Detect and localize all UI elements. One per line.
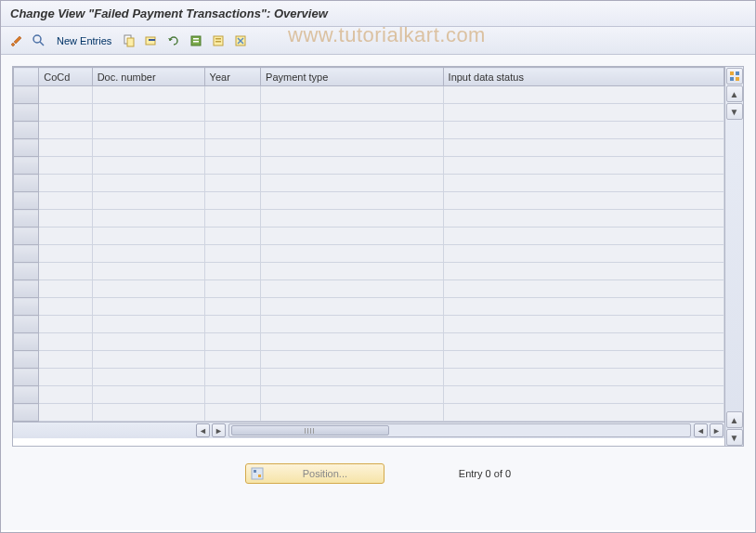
table-row[interactable] <box>14 175 724 192</box>
table-cell[interactable] <box>39 228 92 245</box>
scroll-right-end-button[interactable]: ► <box>710 423 723 437</box>
table-settings-icon[interactable] <box>726 68 743 84</box>
deselect-all-icon[interactable] <box>210 32 227 49</box>
table-row[interactable] <box>14 139 724 157</box>
table-cell[interactable] <box>204 369 260 386</box>
table-cell[interactable] <box>92 404 204 422</box>
table-cell[interactable] <box>443 192 723 210</box>
row-selector[interactable] <box>14 263 39 280</box>
row-selector[interactable] <box>14 351 39 369</box>
table-cell[interactable] <box>443 369 723 386</box>
table-cell[interactable] <box>39 351 92 369</box>
table-cell[interactable] <box>204 104 260 122</box>
table-cell[interactable] <box>39 192 92 210</box>
table-cell[interactable] <box>204 210 260 228</box>
table-cell[interactable] <box>443 263 723 280</box>
row-selector[interactable] <box>14 404 39 422</box>
table-cell[interactable] <box>39 122 92 139</box>
row-selector[interactable] <box>14 298 39 316</box>
table-cell[interactable] <box>92 192 204 210</box>
table-cell[interactable] <box>261 280 444 298</box>
row-selector[interactable] <box>14 192 39 210</box>
table-cell[interactable] <box>204 404 260 422</box>
table-cell[interactable] <box>92 333 204 351</box>
table-cell[interactable] <box>443 228 723 245</box>
table-cell[interactable] <box>261 316 444 333</box>
table-cell[interactable] <box>204 386 260 404</box>
table-cell[interactable] <box>261 122 444 139</box>
table-cell[interactable] <box>39 86 92 104</box>
table-cell[interactable] <box>443 245 723 263</box>
table-cell[interactable] <box>92 122 204 139</box>
select-all-icon[interactable] <box>188 32 204 49</box>
table-cell[interactable] <box>261 298 444 316</box>
table-row[interactable] <box>14 263 724 280</box>
row-selector[interactable] <box>14 157 39 175</box>
row-selector[interactable] <box>14 104 39 122</box>
table-row[interactable] <box>14 316 724 333</box>
table-cell[interactable] <box>39 316 92 333</box>
table-cell[interactable] <box>204 86 260 104</box>
scroll-right-button[interactable]: ► <box>212 423 226 437</box>
table-cell[interactable] <box>261 228 444 245</box>
configuration-icon[interactable] <box>232 32 249 49</box>
table-cell[interactable] <box>443 157 723 175</box>
column-header-docnum[interactable]: Doc. number <box>92 68 204 86</box>
table-cell[interactable] <box>92 386 204 404</box>
table-cell[interactable] <box>92 157 204 175</box>
table-cell[interactable] <box>92 316 204 333</box>
row-selector[interactable] <box>14 386 39 404</box>
table-cell[interactable] <box>261 175 444 192</box>
table-cell[interactable] <box>261 404 444 422</box>
table-cell[interactable] <box>261 157 444 175</box>
table-cell[interactable] <box>261 245 444 263</box>
table-cell[interactable] <box>204 192 260 210</box>
scroll-up-end-button[interactable]: ▲ <box>726 411 743 428</box>
table-cell[interactable] <box>92 210 204 228</box>
table-row[interactable] <box>14 86 724 104</box>
toggle-display-icon[interactable] <box>8 32 25 49</box>
table-cell[interactable] <box>39 333 92 351</box>
row-selector[interactable] <box>14 175 39 192</box>
table-cell[interactable] <box>443 404 723 422</box>
table-cell[interactable] <box>204 316 260 333</box>
table-cell[interactable] <box>39 210 92 228</box>
table-cell[interactable] <box>204 245 260 263</box>
table-cell[interactable] <box>39 386 92 404</box>
table-row[interactable] <box>14 210 724 228</box>
undo-icon[interactable] <box>165 32 182 49</box>
row-selector[interactable] <box>14 333 39 351</box>
table-row[interactable] <box>14 228 724 245</box>
table-cell[interactable] <box>204 351 260 369</box>
row-selector[interactable] <box>14 210 39 228</box>
table-cell[interactable] <box>204 122 260 139</box>
table-cell[interactable] <box>261 369 444 386</box>
table-cell[interactable] <box>443 298 723 316</box>
table-cell[interactable] <box>92 351 204 369</box>
table-cell[interactable] <box>92 175 204 192</box>
table-row[interactable] <box>14 404 724 422</box>
table-cell[interactable] <box>443 333 723 351</box>
row-selector[interactable] <box>14 86 39 104</box>
column-header-input-status[interactable]: Input data status <box>443 68 723 86</box>
horizontal-scroll-thumb[interactable] <box>231 425 389 436</box>
table-cell[interactable] <box>443 351 723 369</box>
table-row[interactable] <box>14 369 724 386</box>
table-cell[interactable] <box>204 157 260 175</box>
column-header-cocd[interactable]: CoCd <box>39 68 92 86</box>
table-cell[interactable] <box>443 175 723 192</box>
row-selector[interactable] <box>14 316 39 333</box>
new-entries-button[interactable]: New Entries <box>53 33 115 48</box>
table-cell[interactable] <box>443 280 723 298</box>
table-cell[interactable] <box>261 351 444 369</box>
table-cell[interactable] <box>443 139 723 157</box>
table-row[interactable] <box>14 351 724 369</box>
table-cell[interactable] <box>443 316 723 333</box>
table-cell[interactable] <box>92 139 204 157</box>
scroll-down-end-button[interactable]: ▼ <box>726 429 743 446</box>
table-cell[interactable] <box>443 210 723 228</box>
table-row[interactable] <box>14 298 724 316</box>
table-cell[interactable] <box>92 298 204 316</box>
row-selector[interactable] <box>14 139 39 157</box>
table-cell[interactable] <box>92 369 204 386</box>
